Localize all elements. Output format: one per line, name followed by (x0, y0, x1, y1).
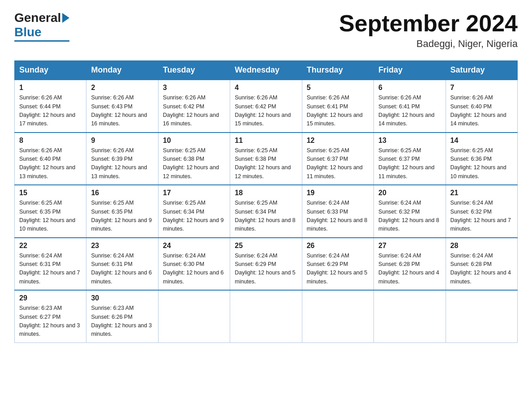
day-number: 22 (19, 242, 82, 250)
day-number: 21 (450, 189, 513, 197)
day-cell: 14Sunrise: 6:25 AMSunset: 6:36 PMDayligh… (446, 133, 517, 185)
day-number: 1 (19, 84, 82, 92)
day-info: Sunrise: 6:26 AMSunset: 6:44 PMDaylight:… (19, 94, 82, 128)
day-number: 8 (19, 137, 82, 145)
day-info: Sunrise: 6:26 AMSunset: 6:41 PMDaylight:… (378, 94, 441, 128)
day-number: 5 (307, 84, 369, 92)
day-cell: 4Sunrise: 6:26 AMSunset: 6:42 PMDaylight… (230, 80, 302, 133)
day-cell: 26Sunrise: 6:24 AMSunset: 6:29 PMDayligh… (302, 238, 373, 291)
column-header-thursday: Thursday (302, 61, 373, 80)
day-number: 28 (450, 242, 513, 250)
day-cell: 30Sunrise: 6:23 AMSunset: 6:26 PMDayligh… (86, 290, 158, 342)
day-info: Sunrise: 6:25 AMSunset: 6:34 PMDaylight:… (235, 199, 297, 234)
day-cell: 2Sunrise: 6:26 AMSunset: 6:43 PMDaylight… (86, 80, 158, 133)
week-row-1: 1Sunrise: 6:26 AMSunset: 6:44 PMDaylight… (15, 80, 518, 133)
day-cell: 15Sunrise: 6:25 AMSunset: 6:35 PMDayligh… (15, 185, 86, 238)
day-number: 15 (19, 189, 82, 197)
day-number: 11 (235, 137, 297, 145)
day-number: 25 (235, 242, 297, 250)
day-info: Sunrise: 6:24 AMSunset: 6:31 PMDaylight:… (91, 252, 153, 287)
day-cell: 20Sunrise: 6:24 AMSunset: 6:32 PMDayligh… (374, 185, 446, 238)
day-cell: 22Sunrise: 6:24 AMSunset: 6:31 PMDayligh… (15, 238, 86, 291)
day-info: Sunrise: 6:24 AMSunset: 6:29 PMDaylight:… (235, 252, 297, 287)
day-number: 16 (91, 189, 153, 197)
day-number: 29 (19, 294, 82, 302)
day-cell: 24Sunrise: 6:24 AMSunset: 6:30 PMDayligh… (158, 238, 230, 291)
day-cell: 3Sunrise: 6:26 AMSunset: 6:42 PMDaylight… (158, 80, 230, 133)
day-cell: 7Sunrise: 6:26 AMSunset: 6:40 PMDaylight… (446, 80, 517, 133)
calendar-title: September 2024 (339, 11, 518, 36)
week-row-5: 29Sunrise: 6:23 AMSunset: 6:27 PMDayligh… (15, 290, 518, 342)
day-info: Sunrise: 6:25 AMSunset: 6:37 PMDaylight:… (307, 146, 369, 181)
column-header-saturday: Saturday (446, 61, 517, 80)
column-header-friday: Friday (374, 61, 446, 80)
day-cell (374, 290, 446, 342)
day-cell (446, 290, 517, 342)
day-info: Sunrise: 6:26 AMSunset: 6:40 PMDaylight:… (450, 94, 513, 128)
day-number: 23 (91, 242, 153, 250)
day-cell: 10Sunrise: 6:25 AMSunset: 6:38 PMDayligh… (158, 133, 230, 185)
day-cell: 27Sunrise: 6:24 AMSunset: 6:28 PMDayligh… (374, 238, 446, 291)
day-info: Sunrise: 6:25 AMSunset: 6:36 PMDaylight:… (450, 146, 513, 181)
day-cell: 25Sunrise: 6:24 AMSunset: 6:29 PMDayligh… (230, 238, 302, 291)
day-number: 2 (91, 84, 153, 92)
day-number: 24 (163, 242, 225, 250)
day-info: Sunrise: 6:24 AMSunset: 6:32 PMDaylight:… (378, 199, 441, 234)
logo-general-text: General (14, 11, 61, 25)
day-cell: 21Sunrise: 6:24 AMSunset: 6:32 PMDayligh… (446, 185, 517, 238)
day-number: 3 (163, 84, 225, 92)
day-info: Sunrise: 6:23 AMSunset: 6:27 PMDaylight:… (19, 304, 82, 339)
day-cell: 18Sunrise: 6:25 AMSunset: 6:34 PMDayligh… (230, 185, 302, 238)
day-cell: 6Sunrise: 6:26 AMSunset: 6:41 PMDaylight… (374, 80, 446, 133)
day-cell: 1Sunrise: 6:26 AMSunset: 6:44 PMDaylight… (15, 80, 86, 133)
calendar-table: SundayMondayTuesdayWednesdayThursdayFrid… (14, 60, 518, 343)
week-row-3: 15Sunrise: 6:25 AMSunset: 6:35 PMDayligh… (15, 185, 518, 238)
day-info: Sunrise: 6:26 AMSunset: 6:40 PMDaylight:… (19, 146, 82, 181)
day-info: Sunrise: 6:26 AMSunset: 6:39 PMDaylight:… (91, 146, 153, 181)
day-cell: 19Sunrise: 6:24 AMSunset: 6:33 PMDayligh… (302, 185, 373, 238)
day-number: 9 (91, 137, 153, 145)
day-info: Sunrise: 6:26 AMSunset: 6:43 PMDaylight:… (91, 94, 153, 128)
day-cell: 13Sunrise: 6:25 AMSunset: 6:37 PMDayligh… (374, 133, 446, 185)
column-header-wednesday: Wednesday (230, 61, 302, 80)
day-info: Sunrise: 6:24 AMSunset: 6:28 PMDaylight:… (378, 252, 441, 287)
day-number: 26 (307, 242, 369, 250)
week-row-4: 22Sunrise: 6:24 AMSunset: 6:31 PMDayligh… (15, 238, 518, 291)
day-number: 18 (235, 189, 297, 197)
day-number: 7 (450, 84, 513, 92)
day-info: Sunrise: 6:23 AMSunset: 6:26 PMDaylight:… (91, 304, 153, 339)
day-number: 20 (378, 189, 441, 197)
day-number: 27 (378, 242, 441, 250)
day-number: 10 (163, 137, 225, 145)
day-cell (230, 290, 302, 342)
day-info: Sunrise: 6:25 AMSunset: 6:38 PMDaylight:… (163, 146, 225, 181)
day-info: Sunrise: 6:24 AMSunset: 6:32 PMDaylight:… (450, 199, 513, 234)
day-cell (302, 290, 373, 342)
week-row-2: 8Sunrise: 6:26 AMSunset: 6:40 PMDaylight… (15, 133, 518, 185)
day-cell: 29Sunrise: 6:23 AMSunset: 6:27 PMDayligh… (15, 290, 86, 342)
day-info: Sunrise: 6:26 AMSunset: 6:41 PMDaylight:… (307, 94, 369, 128)
header-right: September 2024 Badeggi, Niger, Nigeria (339, 11, 518, 50)
column-header-sunday: Sunday (15, 61, 86, 80)
day-cell: 12Sunrise: 6:25 AMSunset: 6:37 PMDayligh… (302, 133, 373, 185)
logo-underline (14, 40, 69, 42)
logo: General Blue (14, 11, 69, 42)
day-info: Sunrise: 6:25 AMSunset: 6:34 PMDaylight:… (163, 199, 225, 234)
logo-blue-text: Blue (14, 25, 42, 39)
day-number: 19 (307, 189, 369, 197)
day-number: 17 (163, 189, 225, 197)
day-info: Sunrise: 6:25 AMSunset: 6:35 PMDaylight:… (91, 199, 153, 234)
day-info: Sunrise: 6:24 AMSunset: 6:33 PMDaylight:… (307, 199, 369, 234)
day-number: 12 (307, 137, 369, 145)
day-number: 13 (378, 137, 441, 145)
logo-arrow-icon (62, 13, 69, 23)
day-number: 4 (235, 84, 297, 92)
column-header-tuesday: Tuesday (158, 61, 230, 80)
day-cell: 8Sunrise: 6:26 AMSunset: 6:40 PMDaylight… (15, 133, 86, 185)
day-info: Sunrise: 6:25 AMSunset: 6:37 PMDaylight:… (378, 146, 441, 181)
calendar-header-row: SundayMondayTuesdayWednesdayThursdayFrid… (15, 61, 518, 80)
day-cell: 28Sunrise: 6:24 AMSunset: 6:28 PMDayligh… (446, 238, 517, 291)
day-info: Sunrise: 6:25 AMSunset: 6:38 PMDaylight:… (235, 146, 297, 181)
day-number: 14 (450, 137, 513, 145)
day-cell: 16Sunrise: 6:25 AMSunset: 6:35 PMDayligh… (86, 185, 158, 238)
